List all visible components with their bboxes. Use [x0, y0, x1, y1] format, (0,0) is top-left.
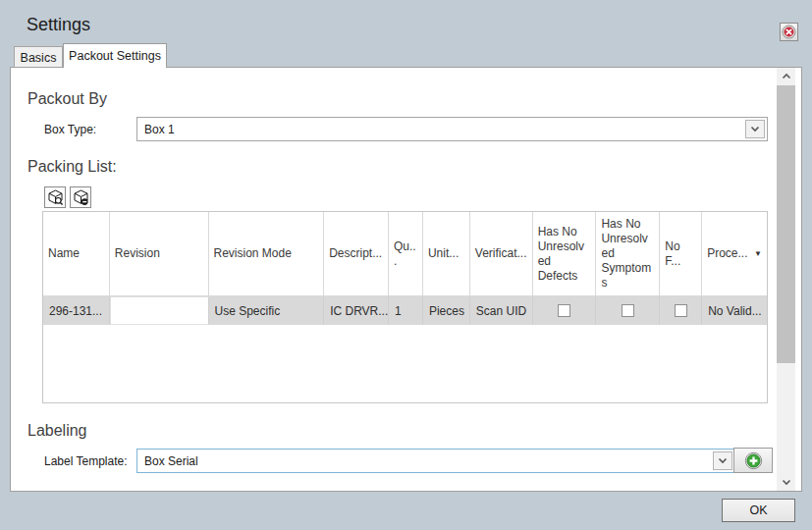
checkbox-has-no-unresolved-defects[interactable]: [558, 304, 570, 317]
column-header-has-no-unresolved-defects[interactable]: Has No Unresolved Defects: [533, 212, 597, 295]
packing-list-heading: Packing List:: [27, 158, 117, 176]
label-template-label: Label Template:: [44, 454, 128, 468]
cell-name: 296-131...: [43, 296, 110, 325]
chevron-down-icon: [782, 479, 791, 486]
cell-description: IC DRVR...: [324, 296, 389, 325]
box-type-value: Box 1: [144, 123, 175, 136]
scroll-down-button[interactable]: [777, 474, 795, 491]
close-icon: [782, 25, 796, 39]
ok-button[interactable]: OK: [722, 499, 795, 522]
packout-by-heading: Packout By: [27, 90, 107, 108]
packout-settings-panel: Packout By Box Type: Box 1 Packing List:: [10, 67, 802, 492]
remove-box-icon: [73, 189, 89, 206]
scroll-up-button[interactable]: [777, 68, 795, 84]
table-row[interactable]: 296-131... Use Specific IC DRVR... 1 Pie…: [43, 296, 767, 325]
checkbox-has-no-unresolved-symptoms[interactable]: [622, 304, 634, 317]
column-header-name[interactable]: Name: [43, 212, 110, 295]
cell-verification: Scan UID: [470, 296, 533, 325]
column-header-revision[interactable]: Revision: [110, 212, 209, 295]
column-header-process[interactable]: Proce... ▼: [702, 212, 767, 295]
column-header-revision-mode[interactable]: Revision Mode: [209, 212, 325, 295]
column-header-description[interactable]: Descript...: [324, 212, 389, 295]
label-template-select[interactable]: Box Serial: [136, 449, 735, 473]
column-header-units[interactable]: Unit...: [423, 212, 470, 295]
chevron-up-icon: [782, 73, 791, 80]
cell-has-no-unresolved-symptoms: [596, 296, 660, 325]
box-type-select[interactable]: Box 1: [136, 117, 768, 141]
column-header-no-fail[interactable]: No F...: [660, 212, 702, 295]
column-header-verification[interactable]: Verificat...: [470, 212, 533, 295]
checkbox-no-fail[interactable]: [675, 304, 687, 317]
add-label-template-button[interactable]: [733, 448, 773, 473]
cell-units: Pieces: [423, 296, 470, 325]
column-header-quantity[interactable]: Qu...: [389, 212, 423, 295]
add-icon: [744, 451, 763, 470]
find-box-icon: [47, 189, 64, 206]
page-title: Settings: [27, 15, 90, 35]
cell-has-no-unresolved-defects: [533, 296, 597, 325]
box-type-label: Box Type:: [44, 123, 96, 136]
cell-revision-mode: Use Specific: [209, 296, 325, 325]
tab-packout-settings[interactable]: Packout Settings: [63, 43, 167, 68]
tab-basics[interactable]: Basics: [14, 46, 63, 68]
label-template-value: Box Serial: [144, 454, 198, 468]
scrollbar-thumb[interactable]: [777, 85, 795, 363]
chevron-down-icon: [718, 457, 728, 464]
vertical-scrollbar[interactable]: [777, 68, 795, 491]
table-header-row: Name Revision Revision Mode Descript... …: [43, 212, 767, 296]
label-template-dropdown-button[interactable]: [713, 451, 732, 470]
sort-down-icon: ▼: [754, 249, 762, 259]
remove-box-button[interactable]: [70, 186, 91, 208]
cell-quantity: 1: [389, 296, 423, 325]
cell-revision[interactable]: [110, 296, 209, 325]
find-box-button[interactable]: [44, 186, 66, 208]
close-button[interactable]: [780, 23, 798, 41]
column-header-process-label: Proce...: [707, 246, 747, 261]
column-header-has-no-unresolved-symptoms[interactable]: Has No Unresolved Symptoms: [596, 212, 660, 295]
packing-list-toolbar: [44, 186, 91, 208]
chevron-down-icon: [750, 126, 760, 132]
packing-list-table: Name Revision Revision Mode Descript... …: [42, 211, 768, 403]
labeling-heading: Labeling: [27, 422, 87, 440]
cell-process: No Valid...: [702, 296, 767, 325]
cell-no-fail: [660, 296, 702, 325]
box-type-dropdown-button[interactable]: [745, 120, 765, 138]
